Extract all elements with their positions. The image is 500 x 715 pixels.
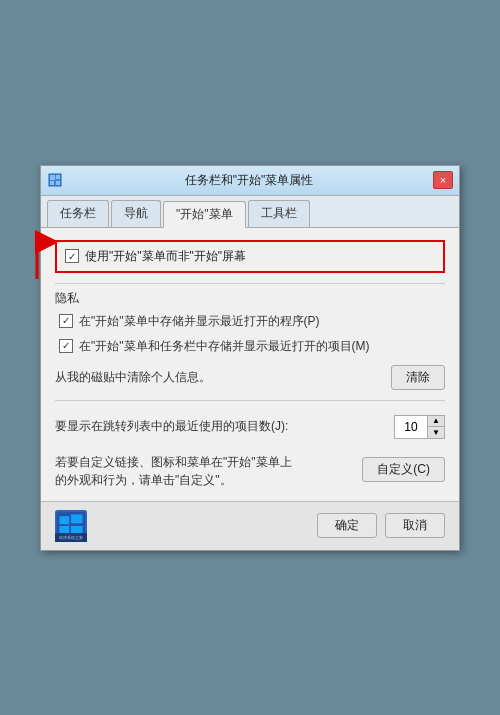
clear-button[interactable]: 清除 [391,365,445,390]
count-row: 要显示在跳转列表中的最近使用的项目数(J): ▲ ▼ [55,415,445,439]
clear-row: 从我的磁贴中清除个人信息。 清除 [55,365,445,390]
main-window: 任务栏和"开始"菜单属性 × 任务栏 导航 "开始"菜单 工具栏 使用"开始"菜… [40,165,460,551]
option2-checkbox[interactable] [59,339,73,353]
main-option-text: 使用"开始"菜单而非"开始"屏幕 [85,248,246,265]
ok-button[interactable]: 确定 [317,513,377,538]
tab-content: 使用"开始"菜单而非"开始"屏幕 隐私 在"开始"菜单中存储并显示最近打开的程序 [41,228,459,501]
spinner-down[interactable]: ▼ [428,427,444,438]
spinner-buttons: ▲ ▼ [427,416,444,438]
tab-toolbar[interactable]: 工具栏 [248,200,310,227]
customize-text: 若要自定义链接、图标和菜单在"开始"菜单上的外观和行为，请单击"自定义"。 [55,453,295,489]
main-option-label[interactable]: 使用"开始"菜单而非"开始"屏幕 [65,248,246,265]
cancel-button[interactable]: 取消 [385,513,445,538]
svg-rect-1 [50,175,55,180]
svg-text:纯净系统之家: 纯净系统之家 [59,535,83,540]
footer-logo: 纯净系统之家 [55,510,87,542]
close-button[interactable]: × [433,171,453,189]
count-spinner: ▲ ▼ [394,415,445,439]
svg-rect-8 [59,516,69,524]
option1-text: 在"开始"菜单中存储并显示最近打开的程序(P) [79,313,320,330]
window-title: 任务栏和"开始"菜单属性 [65,172,433,189]
spinner-up[interactable]: ▲ [428,416,444,427]
logo-svg: 纯净系统之家 [55,510,87,542]
option-row-1: 在"开始"菜单中存储并显示最近打开的程序(P) [55,313,445,330]
customize-row: 若要自定义链接、图标和菜单在"开始"菜单上的外观和行为，请单击"自定义"。 自定… [55,453,445,489]
count-label: 要显示在跳转列表中的最近使用的项目数(J): [55,418,288,435]
tab-bar: 任务栏 导航 "开始"菜单 工具栏 [41,196,459,228]
main-option-box: 使用"开始"菜单而非"开始"屏幕 [55,240,445,273]
option2-text: 在"开始"菜单和任务栏中存储并显示最近打开的项目(M) [79,338,370,355]
tab-start-menu[interactable]: "开始"菜单 [163,201,246,228]
svg-rect-3 [50,181,54,185]
customize-button[interactable]: 自定义(C) [362,457,445,482]
svg-rect-9 [71,514,83,523]
svg-rect-4 [56,181,60,185]
window-icon [47,172,63,188]
divider-2 [55,400,445,401]
divider-1 [55,283,445,284]
option-row-2: 在"开始"菜单和任务栏中存储并显示最近打开的项目(M) [55,338,445,355]
main-checkbox[interactable] [65,249,79,263]
privacy-section-label: 隐私 [55,290,445,307]
clear-label: 从我的磁贴中清除个人信息。 [55,369,211,386]
arrow-annotation [19,224,55,288]
svg-rect-2 [56,175,60,179]
footer: 纯净系统之家 确定 取消 [41,501,459,550]
tab-navigation[interactable]: 导航 [111,200,161,227]
tab-taskbar[interactable]: 任务栏 [47,200,109,227]
count-input[interactable] [395,416,427,438]
titlebar: 任务栏和"开始"菜单属性 × [41,166,459,196]
svg-rect-10 [59,526,69,534]
option1-checkbox[interactable] [59,314,73,328]
